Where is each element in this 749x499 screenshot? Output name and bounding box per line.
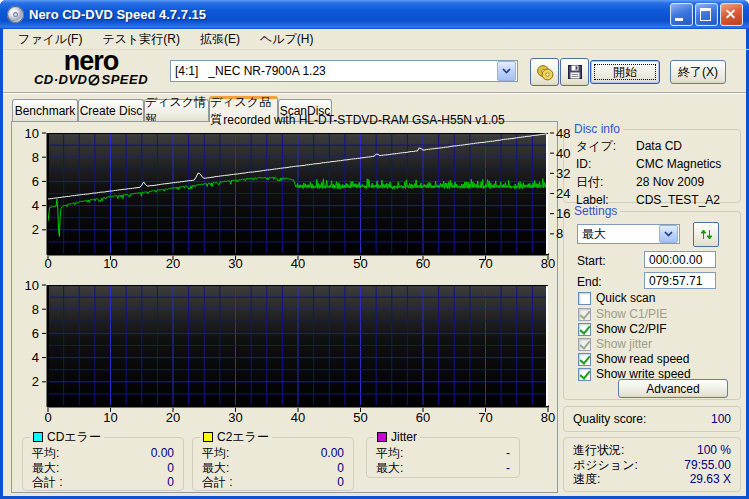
c2-errors-legend-swatch <box>203 432 213 442</box>
stat-row: 平均:0.00 <box>193 446 353 461</box>
checkbox-label: Show C2/PIF <box>596 322 667 336</box>
start-input[interactable]: 000:00.00 <box>644 251 716 268</box>
minimize-button[interactable] <box>670 3 693 26</box>
c2-errors-caption: C2エラー <box>200 430 272 444</box>
stat-row: 合計 :0 <box>193 475 353 490</box>
checkbox-box[interactable] <box>578 292 591 305</box>
quality-score-value: 100 <box>711 407 731 431</box>
stat-row: 最大:0 <box>193 461 353 476</box>
toolbar: nero CD·DVD SPEED [4:1] _NEC NR-7900A 1.… <box>3 49 746 93</box>
chevron-down-icon[interactable] <box>659 225 678 243</box>
maximize-icon <box>700 8 711 21</box>
tab-benchmark[interactable]: Benchmark <box>12 99 78 121</box>
drive-select[interactable]: [4:1] _NEC NR-7900A 1.23 <box>170 60 518 82</box>
disc-info-row: タイプ:Data CD <box>564 137 740 155</box>
cd-errors-box: CDエラー 平均:0.00 最大:0 合計 :0 <box>22 437 184 491</box>
logo-cd-dvd-text: CD·DVD <box>34 73 88 87</box>
disc-info-button[interactable] <box>530 58 559 86</box>
advanced-button[interactable]: Advanced <box>618 379 728 398</box>
checkbox-box[interactable] <box>578 338 591 351</box>
nero-wordmark: nero <box>15 50 167 73</box>
stat-row: 合計 :0 <box>23 475 183 490</box>
quality-score-box: Quality score: 100 <box>563 406 741 432</box>
checkbox-box[interactable] <box>578 308 591 321</box>
jitter-box: Jitter 平均:- 最大:- <box>366 437 520 478</box>
jitter-caption: Jitter <box>374 430 420 444</box>
progress-row: ポジション:79:55.00 <box>564 458 740 473</box>
progress-box: 進行状況:100 % ポジション:79:55.00 速度:29.63 X <box>563 437 741 492</box>
start-label: Start: <box>577 254 606 268</box>
checkbox-show-c2-pif[interactable]: Show C2/PIF <box>578 322 667 336</box>
minimize-icon <box>675 18 683 21</box>
save-button[interactable] <box>560 58 589 86</box>
checkbox-label: Show read speed <box>596 352 689 366</box>
scan-speed-select[interactable]: 最大 <box>577 224 680 244</box>
tab-create-disc[interactable]: Create Disc <box>78 99 144 121</box>
disc-info-row: ID:CMC Magnetics <box>564 155 740 173</box>
disc-info-row: 日付:28 Nov 2009 <box>564 173 740 191</box>
checkbox-show-read-speed[interactable]: Show read speed <box>578 352 689 366</box>
menu-extra[interactable]: 拡張(E) <box>190 29 250 50</box>
start-button[interactable]: 開始 <box>590 60 660 84</box>
checkbox-show-c1-pie[interactable]: Show C1/PIE <box>578 307 667 321</box>
stat-row: 平均:0.00 <box>23 446 183 461</box>
progress-row: 速度:29.63 X <box>564 472 740 487</box>
disc-slash-icon <box>88 74 100 86</box>
disc-info-caption: Disc info <box>571 122 623 136</box>
checkbox-label: Show jitter <box>596 337 652 351</box>
title-bar: Nero CD-DVD Speed 4.7.7.15 <box>0 0 749 29</box>
refresh-arrows-icon <box>700 228 713 241</box>
quality-score-row: Quality score: 100 <box>564 407 740 431</box>
window-title: Nero CD-DVD Speed 4.7.7.15 <box>29 7 670 22</box>
settings-caption: Settings <box>571 204 620 218</box>
end-input[interactable]: 079:57.71 <box>644 272 716 289</box>
cd-icon <box>7 6 24 23</box>
checkbox-label: Quick scan <box>596 291 655 305</box>
stat-row: 最大:0 <box>23 461 183 476</box>
chart-title: recorded with HL-DT-STDVD-RAM GSA-H55N v… <box>178 113 550 127</box>
checkbox-label: Show C1/PIE <box>596 307 667 321</box>
exit-button[interactable]: 終了(X) <box>670 60 726 84</box>
refresh-button[interactable] <box>693 222 719 247</box>
app-window: Nero CD-DVD Speed 4.7.7.15 ファイル(F) テスト実行… <box>0 0 749 499</box>
quality-score-label: Quality score: <box>573 407 646 431</box>
checkbox-quick-scan[interactable]: Quick scan <box>578 291 655 305</box>
disc-info-box: Disc info タイプ:Data CD ID:CMC Magnetics 日… <box>563 129 741 203</box>
progress-row: 進行状況:100 % <box>564 443 740 458</box>
settings-box: Settings 最大 Start: 000:00.00 End: 079:57… <box>563 211 741 400</box>
chevron-down-icon[interactable] <box>497 61 516 81</box>
end-label: End: <box>577 275 602 289</box>
checkbox-box[interactable] <box>578 368 591 381</box>
cd-errors-legend-swatch <box>33 432 43 442</box>
menu-help[interactable]: ヘルプ(H) <box>250 29 324 50</box>
maximize-button[interactable] <box>695 3 718 26</box>
nero-logo: nero CD·DVD SPEED <box>15 50 167 87</box>
checkbox-box[interactable] <box>578 353 591 366</box>
drive-select-value: [4:1] _NEC NR-7900A 1.23 <box>171 64 496 78</box>
scan-speed-value: 最大 <box>578 226 658 243</box>
logo-speed-text: SPEED <box>101 73 148 87</box>
checkbox-show-jitter[interactable]: Show jitter <box>578 337 652 351</box>
checkbox-box[interactable] <box>578 323 591 336</box>
save-icon <box>567 64 583 80</box>
cd-errors-caption: CDエラー <box>30 430 104 444</box>
cdvdspeed-wordmark: CD·DVD SPEED <box>15 73 167 87</box>
stat-row: 最大:- <box>367 461 519 476</box>
stat-row: 平均:- <box>367 446 519 461</box>
jitter-legend-swatch <box>377 432 387 442</box>
discs-icon <box>536 63 554 81</box>
close-button[interactable] <box>720 3 743 26</box>
c2-errors-box: C2エラー 平均:0.00 最大:0 合計 :0 <box>192 437 354 491</box>
